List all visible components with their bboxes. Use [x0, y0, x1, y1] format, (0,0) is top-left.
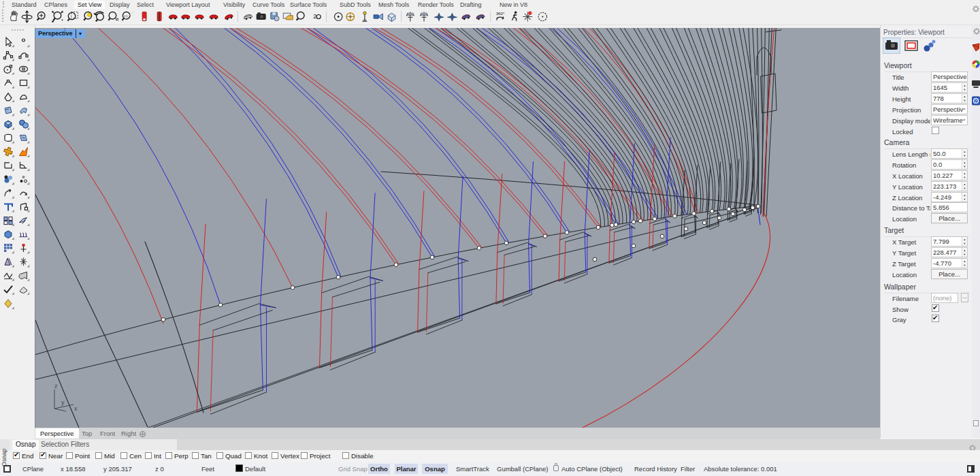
svg-text:y: y — [61, 399, 65, 406]
svg-text:?: ? — [975, 99, 977, 104]
svg-text:z: z — [54, 383, 58, 390]
svg-text:360°: 360° — [496, 11, 505, 16]
svg-text:x: x — [74, 405, 78, 412]
svg-text:2: 2 — [313, 13, 316, 20]
